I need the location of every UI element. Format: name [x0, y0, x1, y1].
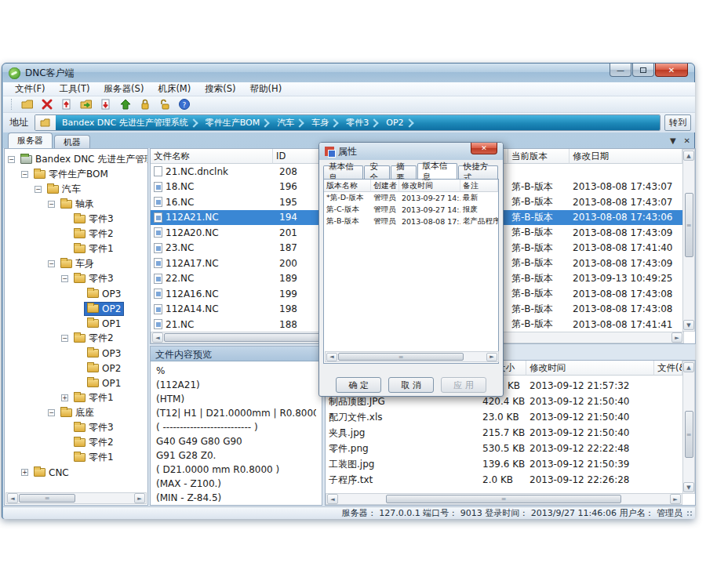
- scroll-left-icon[interactable]: ◄: [152, 332, 163, 343]
- toolbar-grip[interactable]: [11, 99, 13, 110]
- column-header-note[interactable]: 备注: [460, 180, 498, 192]
- upload-arrow-icon[interactable]: [118, 98, 133, 111]
- dialog-tab[interactable]: 快捷方式: [458, 165, 498, 179]
- tree-item[interactable]: OP2: [5, 361, 147, 376]
- tree-item[interactable]: 零件1: [5, 241, 147, 256]
- tree-item[interactable]: 零件1: [5, 390, 147, 405]
- tree-item[interactable]: 汽车: [5, 182, 147, 197]
- tree-item[interactable]: CNC: [5, 465, 147, 480]
- tree-item[interactable]: OP1: [5, 316, 147, 331]
- expand-toggle-icon[interactable]: [61, 394, 68, 401]
- open-folder-icon[interactable]: [79, 98, 93, 111]
- scroll-down-icon[interactable]: ▼: [683, 482, 694, 492]
- tree-item[interactable]: OP3: [5, 286, 147, 301]
- tree-horizontal-scrollbar[interactable]: ◄ ≡ ►: [5, 492, 147, 504]
- title-bar[interactable]: DNC客户端 — ✕: [2, 64, 694, 82]
- attachment-row[interactable]: 工装图.jpg 139.6 KB 2013-09-12 21:50:39: [326, 456, 682, 472]
- attachment-row[interactable]: 夹具.jpg 215.7 KB 2013-09-12 21:50:40: [326, 425, 682, 441]
- checkin-file-icon[interactable]: [60, 98, 74, 111]
- expand-toggle-icon[interactable]: [48, 260, 55, 267]
- expand-toggle-icon[interactable]: [21, 469, 28, 476]
- column-header-file[interactable]: 文件(&: [654, 361, 682, 376]
- tree-item[interactable]: OP2: [5, 301, 147, 316]
- view-tab[interactable]: 机器: [54, 135, 90, 148]
- lock-icon[interactable]: [138, 98, 152, 111]
- menu-item[interactable]: 文件(F): [8, 82, 53, 96]
- tree-item[interactable]: 零件1: [5, 450, 147, 465]
- scroll-thumb[interactable]: ≡: [685, 193, 693, 257]
- expand-toggle-icon[interactable]: [35, 186, 42, 193]
- dialog-tab[interactable]: 安全: [364, 165, 390, 179]
- scroll-thumb[interactable]: ≡: [338, 353, 464, 361]
- checkout-file-icon[interactable]: [99, 98, 113, 111]
- expand-toggle-icon[interactable]: [8, 156, 15, 163]
- dialog-tab[interactable]: 版本信息: [417, 163, 457, 179]
- tree-item[interactable]: OP3: [5, 346, 147, 361]
- dialog-button[interactable]: 确 定: [336, 377, 381, 393]
- tree-item[interactable]: 零件2: [5, 227, 147, 241]
- scroll-right-icon[interactable]: ►: [486, 353, 497, 361]
- tree-item[interactable]: 零件3: [5, 420, 147, 435]
- menu-item[interactable]: 机床(M): [151, 82, 198, 96]
- dialog-title-bar[interactable]: 属性 ✕: [319, 143, 503, 160]
- go-button[interactable]: 转到: [664, 114, 691, 131]
- maximize-button[interactable]: [632, 64, 654, 77]
- column-header-creator[interactable]: 创建者: [371, 180, 399, 192]
- dialog-button[interactable]: 应 用: [441, 377, 486, 393]
- dialog-tab[interactable]: 摘要: [391, 165, 417, 179]
- expand-toggle-icon[interactable]: [48, 201, 55, 208]
- expand-toggle-icon[interactable]: [21, 171, 28, 178]
- column-header-modified[interactable]: 修改时间: [526, 361, 654, 376]
- column-header-id[interactable]: ID: [273, 149, 325, 164]
- attachment-vertical-scrollbar[interactable]: ▲ ≡ ▼: [682, 361, 695, 494]
- column-header-date[interactable]: 修改日期: [570, 149, 682, 164]
- scroll-down-icon[interactable]: ▼: [683, 320, 694, 330]
- tree-item[interactable]: 底座: [5, 405, 147, 420]
- attachment-row[interactable]: 零件.png 530.5 KB 2013-09-12 22:22:48: [326, 441, 682, 456]
- help-icon[interactable]: ?: [177, 98, 191, 111]
- scroll-right-icon[interactable]: ►: [134, 493, 145, 503]
- menu-item[interactable]: 帮助(H): [243, 82, 289, 96]
- tree-item[interactable]: 零件3: [5, 212, 147, 227]
- breadcrumb-segment[interactable]: Bandex DNC 先进生产管理系统: [56, 115, 199, 130]
- scroll-left-icon[interactable]: ◄: [7, 493, 18, 503]
- breadcrumb-segment[interactable]: OP2: [380, 115, 414, 130]
- minimize-button[interactable]: —: [610, 64, 631, 77]
- tree-item[interactable]: 零件3: [5, 271, 147, 286]
- breadcrumb-segment[interactable]: 零件生产BOM: [199, 115, 271, 130]
- breadcrumb-segment[interactable]: 车身: [305, 115, 340, 130]
- tree-item[interactable]: Bandex DNC 先进生产管理系统: [5, 152, 147, 167]
- scroll-left-icon[interactable]: ◄: [326, 353, 337, 361]
- scroll-right-icon[interactable]: ►: [670, 494, 681, 504]
- dialog-button[interactable]: 取 消: [388, 377, 434, 393]
- attachment-row[interactable]: 配刀文件.xls 23.0 KB 2013-09-12 21:50:40: [326, 409, 682, 425]
- tree-item[interactable]: 车身: [5, 256, 147, 271]
- scroll-thumb[interactable]: ≡: [19, 494, 75, 503]
- version-row[interactable]: 第-C-版本 管理员 2013-09-27 14:... 报废: [324, 204, 498, 216]
- expand-toggle-icon[interactable]: [61, 275, 68, 282]
- view-tab[interactable]: 服务器: [8, 132, 53, 148]
- close-button[interactable]: ✕: [655, 64, 688, 77]
- expand-toggle-icon[interactable]: [61, 335, 68, 342]
- scroll-thumb[interactable]: ≡: [386, 495, 621, 503]
- resize-grip[interactable]: [686, 510, 693, 517]
- menu-item[interactable]: 搜索(S): [198, 82, 242, 96]
- delete-icon[interactable]: [40, 98, 54, 111]
- tab-dropdown-icon[interactable]: ▼: [670, 137, 676, 145]
- column-header-version-name[interactable]: 版本名称: [324, 180, 371, 192]
- dialog-close-button[interactable]: ✕: [471, 143, 497, 154]
- version-row[interactable]: 第-B-版本 管理员 2013-08-08 17:... 老产品程序: [324, 216, 498, 227]
- attachment-horizontal-scrollbar[interactable]: ◄ ≡ ►: [326, 493, 682, 505]
- breadcrumb-segment[interactable]: 汽车: [271, 115, 305, 130]
- file-list-vertical-scrollbar[interactable]: ▲ ≡ ▼: [682, 149, 695, 332]
- attachment-row[interactable]: 子程序.txt 2.0 KB 2013-09-12 22:26:28: [326, 472, 682, 488]
- menu-item[interactable]: 服务器(S): [97, 82, 151, 96]
- expand-toggle-icon[interactable]: [48, 409, 55, 416]
- column-header-name[interactable]: 文件名称: [151, 149, 273, 164]
- tab-close-icon[interactable]: ✕: [684, 137, 690, 145]
- menu-item[interactable]: 工具(T): [53, 82, 97, 96]
- scroll-thumb[interactable]: ≡: [685, 411, 693, 458]
- version-row[interactable]: *第-D-版本 管理员 2013-09-27 14:... 最新: [324, 192, 498, 204]
- address-field[interactable]: Bandex DNC 先进生产管理系统零件生产BOM汽车车身零件3OP2: [35, 114, 661, 131]
- new-folder-icon[interactable]: [20, 98, 35, 111]
